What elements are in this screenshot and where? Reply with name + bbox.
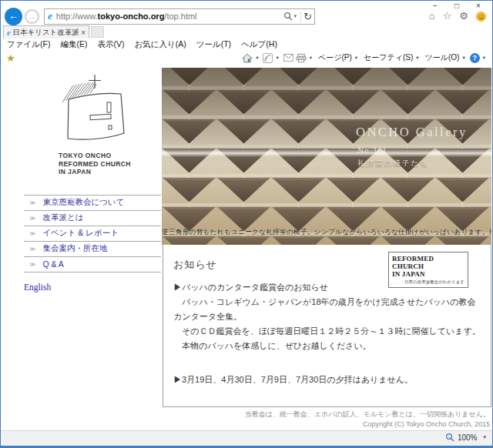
hero-image: ONCHO Gallery No.361 礼拝室の椅子たち 逆三角形の背もたれも… [162, 68, 491, 245]
zoom-control[interactable]: 100% ▾ [445, 433, 486, 442]
gallery-title: ONCHO Gallery [356, 125, 468, 140]
help-icon[interactable]: ? [470, 53, 480, 63]
forward-icon: → [28, 12, 36, 21]
feed-dropdown-icon[interactable]: ▾ [276, 55, 278, 61]
chevron-right-icon: ≫ [29, 246, 35, 252]
tab-title: 日本キリスト改革派東京恩寵... [12, 28, 79, 38]
english-link[interactable]: English [24, 283, 161, 292]
news-line: 本物のバッハを体感しに、ぜひお越しください。 [173, 339, 481, 353]
news-line: バッハ・コレギウム・ジャパンが18年の歳月をかけ完成させたバッハの教会カンタータ… [173, 295, 481, 324]
feed-icon[interactable] [263, 53, 273, 63]
feedback-smiley-icon[interactable]: ☺ [476, 12, 486, 22]
news-line: そのＣＤ鑑賞会を、ほぼ毎週日曜日１２時２５分～１３時に開催しています。 [173, 324, 481, 339]
menu-item-tools[interactable]: ツール(T) [196, 39, 231, 50]
menu-item-view[interactable]: 表示(V) [97, 39, 124, 50]
badge-line: IN JAPAN [392, 270, 464, 278]
tools-dropdown-icon[interactable]: ▾ [462, 55, 464, 61]
logo-line: TOKYO ONCHO [59, 152, 161, 160]
back-button[interactable]: ← [5, 8, 22, 25]
chevron-right-icon: ≫ [29, 199, 35, 206]
browser-tab[interactable]: e 日本キリスト改革派東京恩寵... × [3, 25, 89, 38]
chrome-icons: ⌂ ☆ ⚙ ☺ [429, 11, 486, 22]
chevron-right-icon: ≫ [29, 261, 35, 268]
minimize-button[interactable]: − [424, 1, 446, 12]
page-content: TOKYO ONCHO REFORMED CHURCH IN JAPAN ≫ 東… [1, 65, 492, 431]
safety-dropdown-icon[interactable]: ▾ [416, 55, 418, 61]
home-icon[interactable]: ⌂ [429, 11, 435, 22]
site-favicon-icon: e [48, 10, 52, 22]
page-footer: 当教会は、統一教会、エホバの証人、モルモン教とは、一切関係ありません。 Copy… [245, 410, 490, 430]
tab-close-icon[interactable]: × [81, 28, 86, 37]
nav-item-events[interactable]: ≫ イベント & レポート [24, 226, 161, 241]
photo-caption: 逆三角形の背もたれもユニークな礼拝室の椅子。シンプルながらいろいろな仕掛けがいっ… [162, 228, 491, 237]
command-bar: ★ ▾ ▾ ▾ ページ(P) ▾ セーフティ(S) ▾ ツール(O) ▾ ? ▾ [1, 52, 492, 65]
sidebar-nav: ≫ 東京恩寵教会について ≫ 改革派とは ≫ イベント & レポート ≫ 集会案… [24, 195, 161, 272]
tab-bar: e 日本キリスト改革派東京恩寵... × [3, 25, 104, 38]
url-path: /top.html [164, 12, 196, 21]
url-prefix: http://www. [56, 12, 98, 21]
command-home-icon[interactable] [242, 53, 253, 63]
logo-line: REFORMED CHURCH [59, 160, 161, 169]
news-heading: お知らせ [173, 258, 217, 272]
gallery-number: No.361 [357, 145, 387, 155]
safety-menu[interactable]: セーフティ(S) [364, 52, 413, 63]
news-line: ▶バッハのカンタータ鑑賞会のお知らせ [173, 280, 481, 295]
back-icon: ← [8, 10, 18, 22]
divider [300, 11, 301, 22]
refresh-icon[interactable]: ↻ [304, 11, 312, 22]
forward-button[interactable]: → [25, 9, 39, 24]
nav-item-reformed[interactable]: ≫ 改革派とは [24, 210, 161, 226]
window-controls: − □ × [424, 1, 489, 12]
mail-icon[interactable] [283, 54, 293, 62]
nav-label: Q & A [42, 259, 63, 269]
maximize-button[interactable]: □ [446, 1, 468, 12]
news-item-bach: ▶バッハのカンタータ鑑賞会のお知らせ バッハ・コレギウム・ジャパンが18年の歳月… [173, 280, 481, 353]
zoom-icon [445, 433, 454, 442]
page-menu[interactable]: ページ(P) [318, 52, 352, 63]
close-button[interactable]: × [468, 1, 489, 12]
zoom-level: 100% [458, 433, 478, 442]
address-row: ← → e http://www.tokyo-oncho.org/top.htm… [5, 7, 315, 25]
menu-item-file[interactable]: ファイル(F) [7, 39, 50, 50]
menu-item-edit[interactable]: 編集(E) [60, 39, 87, 50]
photo-light-band [162, 149, 491, 157]
nav-label: 集会案内・所在地 [42, 243, 107, 254]
search-icon[interactable] [283, 12, 293, 21]
tab-favicon-icon: e [7, 28, 10, 37]
browser-window: − □ × ← → e http://www.tokyo-oncho.org/t… [0, 0, 493, 448]
menu-item-favorites[interactable]: お気に入り(A) [134, 39, 186, 50]
footer-disclaimer: 当教会は、統一教会、エホバの証人、モルモン教とは、一切関係ありません。 [245, 410, 490, 420]
footer-copyright: Copyright (C) Tokyo Oncho Church, 2015 [245, 420, 490, 430]
page-dropdown-icon[interactable]: ▾ [355, 55, 357, 61]
favorites-star-icon[interactable]: ☆ [443, 11, 452, 22]
chevron-right-icon: ≫ [29, 230, 35, 237]
badge-title: REFORMED CHURCH IN JAPAN [392, 255, 464, 278]
print-dropdown-icon[interactable]: ▾ [310, 55, 312, 61]
url-text[interactable]: http://www.tokyo-oncho.org/top.html [56, 12, 283, 21]
logo-line: IN JAPAN [59, 168, 161, 176]
status-bar: 100% ▾ [1, 430, 492, 446]
logo-text: TOKYO ONCHO REFORMED CHURCH IN JAPAN [59, 152, 161, 176]
address-bar[interactable]: e http://www.tokyo-oncho.org/top.html ▾ … [44, 8, 315, 25]
sidebar: TOKYO ONCHO REFORMED CHURCH IN JAPAN ≫ 東… [24, 72, 161, 292]
help-dropdown-icon[interactable]: ▾ [483, 55, 485, 61]
nav-item-location[interactable]: ≫ 集会案内・所在地 [24, 241, 161, 256]
print-icon[interactable] [296, 53, 307, 63]
home-dropdown-icon[interactable]: ▾ [256, 55, 258, 61]
zoom-dropdown-icon[interactable]: ▾ [483, 434, 486, 440]
nav-item-qa[interactable]: ≫ Q & A [24, 256, 161, 272]
new-tab-button[interactable] [91, 26, 104, 38]
nav-label: 東京恩寵教会について [42, 197, 124, 208]
nav-label: 改革派とは [42, 212, 83, 223]
settings-gear-icon[interactable]: ⚙ [459, 11, 468, 22]
menu-item-help[interactable]: ヘルプ(H) [241, 39, 277, 50]
nav-label: イベント & レポート [42, 228, 119, 239]
news-section: お知らせ REFORMED CHURCH IN JAPAN 日本の改革派教会がわ… [163, 245, 491, 407]
gallery-subtitle: 礼拝室の椅子たち [357, 159, 429, 169]
search-dropdown-icon[interactable]: ▾ [294, 13, 297, 19]
view-favorites-icon[interactable]: ★ [6, 52, 15, 64]
command-bar-buttons: ▾ ▾ ▾ ページ(P) ▾ セーフティ(S) ▾ ツール(O) ▾ ? ▾ [242, 52, 488, 63]
news-item-no-evening-service: ▶3月19日、4月30日、7月9日、7月30日の夕拝はありません。 [173, 374, 413, 386]
tools-menu[interactable]: ツール(O) [425, 52, 460, 63]
nav-item-about-church[interactable]: ≫ 東京恩寵教会について [24, 195, 161, 210]
